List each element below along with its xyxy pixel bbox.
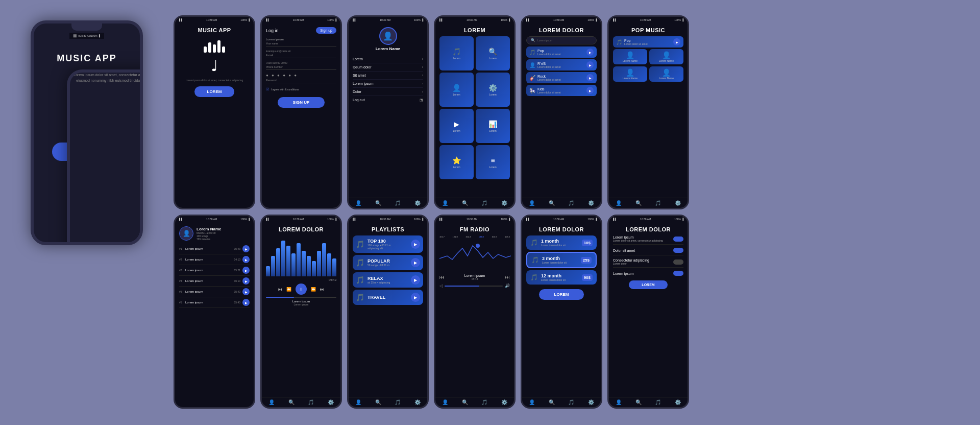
p4-cell-star[interactable]: ⭐ Lorem [439,145,474,179]
p7-play1[interactable]: ▶ [242,245,250,252]
p4-nav-profile[interactable]: 👤 [442,200,448,206]
p12-toggle2[interactable] [673,248,683,253]
p2-signup-main-btn[interactable]: SIGN UP [278,97,325,108]
p2-signup-btn[interactable]: Sign up [316,27,336,34]
p11-nav-music[interactable]: 🎵 [568,399,574,405]
p9-nav-settings[interactable]: ⚙️ [414,399,421,405]
p11-plan3[interactable]: 🎵 12 month Lorem ipsum dolor sit 90$ [526,270,597,285]
p12-toggle3[interactable] [673,259,683,265]
p3-nav-profile[interactable]: 👤 [355,200,361,206]
p3-menu-logout[interactable]: Log out ⬔ [353,96,423,104]
p5-kids-card[interactable]: 🎠 Kids Lorem dolor sit amet ▶ [526,85,597,96]
p3-menu-3[interactable]: Sit amet › [353,72,423,80]
p3-menu-4[interactable]: Lorem ipsum › [353,80,423,88]
p5-nav-settings[interactable]: ⚙️ [588,200,594,206]
p8-nav-search[interactable]: 🔍 [288,399,295,405]
p10-nav-settings[interactable]: ⚙️ [501,399,507,405]
p8-nav-profile[interactable]: 👤 [268,399,275,405]
p8-nav-music[interactable]: 🎵 [308,399,314,405]
p9-travel[interactable]: 🎵 TRAVEL ▶ [353,290,423,305]
p12-nav-music[interactable]: 🎵 [655,399,661,405]
p11-nav-search[interactable]: 🔍 [549,399,555,405]
p6-artist1[interactable]: 👤 Lorem Name [613,49,647,64]
p7-play5[interactable]: ▶ [242,288,250,295]
p5-pop-card[interactable]: 🎵 Pop Lorem dolor sit amet ▶ [526,46,597,58]
p5-play1[interactable]: ▶ [586,49,594,56]
p5-rock-card[interactable]: 🎸 Rock Lorem dolor sit amet ▶ [526,72,597,83]
p4-nav-search[interactable]: 🔍 [462,200,468,206]
p4-cell-music[interactable]: 🎵 Lorem [439,36,474,70]
p10-vol-track[interactable] [445,286,503,287]
p6-artist3[interactable]: 👤 Lorem Name [613,66,647,82]
p12-save-btn[interactable]: LOREM [629,280,667,289]
p7-song5[interactable]: #5 Lorem ipsum 05:40 ▶ [179,287,250,297]
p9-relax[interactable]: 🎵 RELAX sit 25 m • adipiscing ▶ [353,272,423,288]
p6-play1[interactable]: ▶ [673,38,680,45]
p5-nav-profile[interactable]: 👤 [529,200,535,206]
p4-cell-play[interactable]: ▶ Lorem [439,109,474,143]
p9-nav-music[interactable]: 🎵 [395,399,401,405]
p11-nav-profile[interactable]: 👤 [529,399,535,405]
p3-menu-5[interactable]: Dolor › [353,88,423,96]
p12-nav-settings[interactable]: ⚙️ [675,399,681,405]
p4-cell-search[interactable]: 🔍 Lorem [476,36,510,70]
p7-song3[interactable]: #3 Lorem ipsum 05:21 ▶ [179,265,250,276]
p3-menu-2[interactable]: Ipsum dolor › [353,63,423,72]
p6-artist2[interactable]: 👤 Lorem Name [649,49,683,64]
p7-song1[interactable]: #1 Lorem ipsum 05:43 ▶ [179,244,250,254]
p5-nav-music[interactable]: 🎵 [568,200,574,206]
p4-cell-eq[interactable]: 📊 Lorem [476,109,510,143]
p8-prev-btn[interactable]: ⏮ [278,287,282,292]
p3-menu-1[interactable]: Lorem › [353,55,423,63]
p5-play3[interactable]: ▶ [586,74,594,81]
p9-play3[interactable]: ▶ [411,275,420,285]
p6-nav-music[interactable]: 🎵 [655,200,661,206]
p8-play-btn[interactable]: ⏸ [296,284,307,295]
p6-nav-settings[interactable]: ⚙️ [675,200,681,206]
p9-popular[interactable]: 🎵 POPULAR 50 songs • 03:21 m ▶ [353,255,423,270]
p7-play4[interactable]: ▶ [242,277,250,285]
p4-cell-bars[interactable]: ≡ Lorem [476,145,510,179]
p9-play2[interactable]: ▶ [411,258,420,267]
p9-play1[interactable]: ▶ [411,240,420,249]
p12-toggle4[interactable] [673,271,683,276]
p10-nav-search[interactable]: 🔍 [462,399,468,405]
p8-fwd-btn[interactable]: ⏩ [311,287,316,292]
p7-song4[interactable]: #4 Lorem ipsum 06:10 ▶ [179,276,250,287]
p8-nav-settings[interactable]: ⚙️ [328,399,334,405]
p10-nav-profile[interactable]: 👤 [442,399,448,405]
p11-plan2[interactable]: 🎵 3 month Lorem ipsum dolor sit 25$ [526,252,597,268]
p9-top100[interactable]: 🎵 TOP 100 100 songs • 03:21 m adipiscing… [353,235,423,253]
p11-plan1[interactable]: 🎵 1 month Lorem ipsum dolor sit 10$ [526,235,597,250]
p5-play2[interactable]: ▶ [586,61,594,68]
p7-song2[interactable]: #2 Lorem ipsum 04:13 ▶ [179,254,250,265]
p2-checkbox[interactable]: ☑ [266,87,269,91]
p7-song6[interactable]: #5 Lorem ipsum 05:40 ▶ [179,297,250,308]
p9-nav-search[interactable]: 🔍 [375,399,381,405]
p10-nav-music[interactable]: 🎵 [481,399,487,405]
p1-button[interactable]: LOREM [194,86,235,97]
p11-nav-settings[interactable]: ⚙️ [588,399,594,405]
p3-nav-search[interactable]: 🔍 [375,200,381,206]
p4-cell-settings[interactable]: ⚙️ Lorem [476,73,510,107]
p12-nav-search[interactable]: 🔍 [635,399,642,405]
p9-nav-profile[interactable]: 👤 [355,399,361,405]
p12-toggle1[interactable] [673,237,683,242]
p7-play6[interactable]: ▶ [242,299,250,306]
p4-nav-music[interactable]: 🎵 [481,200,487,206]
p6-nav-search[interactable]: 🔍 [635,200,642,206]
p8-rew-btn[interactable]: ⏪ [286,287,291,292]
p12-nav-profile[interactable]: 👤 [616,399,622,405]
p5-play4[interactable]: ▶ [586,87,594,94]
p11-button[interactable]: LOREM [539,289,584,300]
p5-rnb-card[interactable]: 👤 R'n'B Lorem dolor sit amet ▶ [526,59,597,70]
p7-play2[interactable]: ▶ [242,256,250,263]
p8-next-btn[interactable]: ⏭ [320,287,324,292]
p10-prev[interactable]: ⏮ [439,274,445,280]
p9-play4[interactable]: ▶ [411,293,420,302]
p3-nav-settings[interactable]: ⚙️ [414,200,421,206]
p6-nav-profile[interactable]: 👤 [616,200,622,206]
p7-play3[interactable]: ▶ [242,267,250,274]
p6-pop-item[interactable]: 🎵 Pop Lorem dolor sit amet ▶ [613,36,683,48]
p5-nav-search[interactable]: 🔍 [549,200,555,206]
